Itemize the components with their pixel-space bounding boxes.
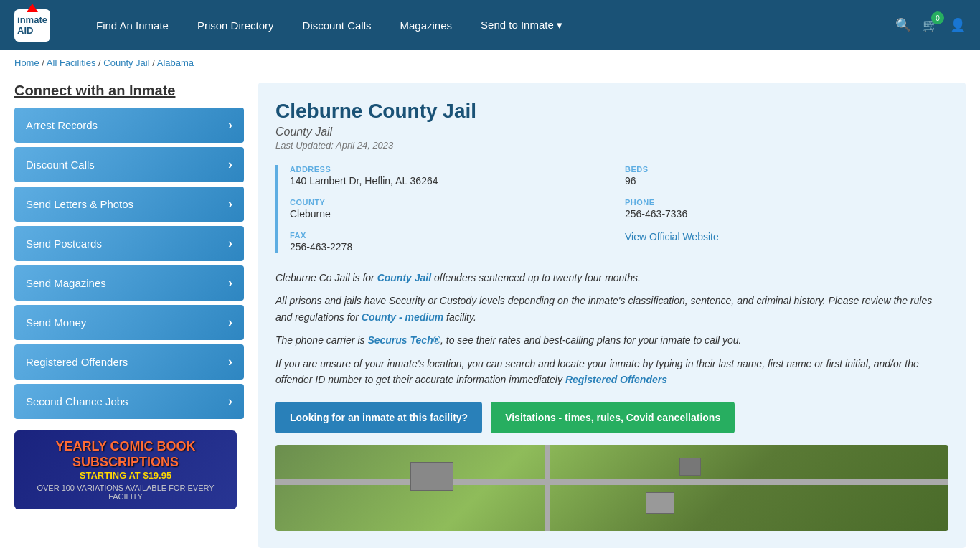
nav-icons: 🔍 🛒 0 👤 [895, 17, 966, 33]
description-1: Cleburne Co Jail is for County Jail offe… [275, 270, 948, 286]
breadcrumb-alabama[interactable]: Alabama [157, 57, 194, 68]
phone-block: PHONE 256-463-7336 [625, 198, 948, 220]
fax-label: FAX [290, 231, 613, 240]
nav-send-to-inmate[interactable]: Send to Inmate ▾ [466, 1, 577, 49]
phone-value: 256-463-7336 [625, 208, 948, 220]
search-button[interactable]: 🔍 [895, 17, 911, 33]
county-label: COUNTY [290, 198, 613, 207]
inmate-search-button[interactable]: Looking for an inmate at this facility? [275, 402, 482, 433]
facility-name: Cleburne County Jail [275, 100, 948, 123]
sidebar-btn-send-letters[interactable]: Send Letters & Photos › [14, 187, 244, 222]
securus-link[interactable]: Securus Tech® [367, 334, 440, 346]
website-block: View Official Website [625, 231, 948, 253]
arrow-icon: › [228, 157, 232, 172]
facility-type: County Jail [275, 126, 948, 138]
phone-label: PHONE [625, 198, 948, 207]
nav-find-inmate[interactable]: Find An Inmate [82, 2, 183, 49]
sidebar-btn-send-money[interactable]: Send Money › [14, 305, 244, 340]
arrow-icon: › [228, 354, 232, 369]
fax-value: 256-463-2278 [290, 241, 613, 253]
sidebar: Connect with an Inmate Arrest Records › … [14, 83, 244, 548]
description-3: The phone carrier is Securus Tech®, to s… [275, 332, 948, 348]
sidebar-btn-second-chance-jobs[interactable]: Second Chance Jobs › [14, 384, 244, 419]
description-2: All prisons and jails have Security or C… [275, 293, 948, 325]
main-container: Connect with an Inmate Arrest Records › … [0, 75, 980, 551]
breadcrumb-county-jail[interactable]: County Jail [103, 57, 149, 68]
logo-icon: inmateAID [14, 9, 50, 42]
ad-title: YEARLY COMIC BOOK SUBSCRIPTIONS [55, 439, 195, 470]
arrow-icon: › [228, 276, 232, 291]
county-jail-link[interactable]: County Jail [377, 272, 431, 283]
breadcrumb-home[interactable]: Home [14, 57, 39, 68]
address-label: ADDRESS [290, 165, 613, 174]
visitation-button[interactable]: Visitations - times, rules, Covid cancel… [491, 402, 735, 433]
sidebar-btn-registered-offenders[interactable]: Registered Offenders › [14, 344, 244, 380]
arrow-icon: › [228, 118, 232, 133]
breadcrumb: Home / All Facilities / County Jail / Al… [0, 50, 980, 75]
ad-banner[interactable]: YEARLY COMIC BOOK SUBSCRIPTIONS STARTING… [14, 430, 237, 509]
cart-button[interactable]: 🛒 0 [923, 17, 938, 33]
website-link[interactable]: View Official Website [625, 231, 719, 242]
beds-block: BEDS 96 [625, 165, 948, 187]
sidebar-btn-send-magazines[interactable]: Send Magazines › [14, 265, 244, 301]
facility-content: Cleburne County Jail County Jail Last Up… [258, 83, 966, 548]
main-nav: Find An Inmate Prison Directory Discount… [82, 1, 895, 49]
facility-map [275, 445, 948, 531]
user-button[interactable]: 👤 [950, 17, 966, 33]
arrow-icon: › [228, 236, 232, 251]
sidebar-btn-send-postcards[interactable]: Send Postcards › [14, 226, 244, 261]
beds-value: 96 [625, 175, 948, 187]
action-buttons: Looking for an inmate at this facility? … [275, 402, 948, 433]
nav-discount-calls[interactable]: Discount Calls [288, 2, 386, 49]
ad-price: STARTING AT $19.95 [80, 470, 171, 481]
breadcrumb-all-facilities[interactable]: All Facilities [47, 57, 96, 68]
registered-offenders-link[interactable]: Registered Offenders [565, 374, 667, 385]
header: inmateAID Find An Inmate Prison Director… [0, 0, 980, 50]
beds-label: BEDS [625, 165, 948, 174]
arrow-icon: › [228, 394, 232, 409]
description-4: If you are unsure of your inmate's locat… [275, 356, 948, 388]
county-block: COUNTY Cleburne [290, 198, 613, 220]
logo[interactable]: inmateAID [14, 9, 53, 42]
address-block: ADDRESS 140 Lambert Dr, Heflin, AL 36264 [290, 165, 613, 187]
sidebar-title: Connect with an Inmate [14, 83, 244, 99]
arrow-icon: › [228, 315, 232, 330]
fax-block: FAX 256-463-2278 [290, 231, 613, 253]
facility-info-grid: ADDRESS 140 Lambert Dr, Heflin, AL 36264… [275, 165, 948, 253]
nav-magazines[interactable]: Magazines [385, 2, 466, 49]
sidebar-btn-arrest-records[interactable]: Arrest Records › [14, 108, 244, 143]
arrow-icon: › [228, 197, 232, 212]
cart-badge: 0 [931, 11, 944, 24]
sidebar-btn-discount-calls[interactable]: Discount Calls › [14, 147, 244, 182]
county-value: Cleburne [290, 208, 613, 220]
county-medium-link[interactable]: County - medium [362, 311, 443, 323]
nav-prison-directory[interactable]: Prison Directory [183, 2, 288, 49]
address-value: 140 Lambert Dr, Heflin, AL 36264 [290, 175, 613, 187]
facility-updated: Last Updated: April 24, 2023 [275, 140, 948, 151]
ad-tagline: OVER 100 VARIATIONS AVAILABLE FOR EVERY … [22, 484, 230, 501]
